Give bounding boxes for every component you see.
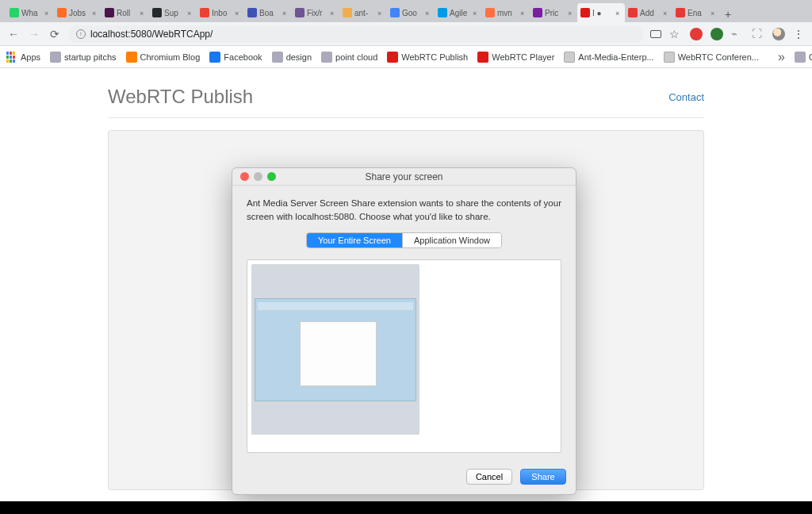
cast-icon[interactable]	[650, 30, 661, 38]
tab-title: Agile	[450, 9, 470, 17]
tab-close-icon[interactable]: ×	[44, 10, 51, 16]
bookmark-label: Ant-Media-Enterp...	[578, 52, 653, 62]
screen-thumbnail[interactable]	[251, 264, 419, 435]
share-mode-tabs: Your Entire Screen Application Window	[306, 232, 502, 248]
apps-icon	[6, 52, 17, 63]
bookmarks-bar: Appsstartup pitchsChromium BlogFacebookd…	[0, 46, 812, 68]
tab-entire-screen[interactable]: Your Entire Screen	[307, 233, 402, 247]
tab-close-icon[interactable]: ×	[235, 10, 241, 16]
tab-title: ant-	[354, 9, 375, 17]
browser-tab[interactable]: Agile×	[435, 3, 482, 22]
tab-close-icon[interactable]: ×	[425, 10, 431, 16]
screen-preview-area	[247, 259, 561, 453]
angular-icon	[477, 52, 488, 63]
site-info-icon[interactable]: i	[76, 29, 86, 39]
tab-close-icon[interactable]: ×	[377, 10, 384, 16]
ext-icon-1[interactable]	[690, 28, 703, 40]
blogger-icon	[126, 52, 137, 63]
bookmark-item[interactable]: design	[272, 52, 312, 63]
folder-icon	[795, 52, 806, 63]
cancel-button[interactable]: Cancel	[466, 469, 512, 485]
back-button[interactable]: ←	[6, 27, 21, 41]
tab-close-icon[interactable]: ×	[663, 10, 669, 16]
tab-close-icon[interactable]: ×	[520, 10, 527, 16]
tab-strip: Wha×Jobs×Roll×Sup×Inbo×Boa×Fix/r×ant-×Go…	[0, 0, 812, 22]
bookmarks-overflow[interactable]: »	[778, 50, 785, 64]
bookmark-item[interactable]: Apps	[6, 52, 40, 63]
tab-title: Sup	[164, 9, 185, 17]
bookmark-item[interactable]: startup pitchs	[50, 52, 116, 63]
browser-tab[interactable]: Jobs×	[54, 3, 102, 22]
bookmark-label: Apps	[21, 52, 40, 62]
browser-tab[interactable]: I ●×	[577, 3, 625, 22]
tab-application-window[interactable]: Application Window	[402, 233, 501, 247]
forward-button[interactable]: →	[27, 27, 41, 41]
tab-favicon	[105, 8, 114, 17]
page-icon	[664, 52, 675, 63]
bookmark-label: Facebook	[224, 52, 262, 62]
bookmark-item[interactable]: Chromium Blog	[126, 52, 201, 63]
page-icon	[564, 52, 575, 63]
tab-close-icon[interactable]: ×	[92, 10, 98, 16]
tab-close-icon[interactable]: ×	[282, 10, 289, 16]
omnibox[interactable]: i localhost:5080/WebRTCApp/	[68, 25, 644, 43]
tab-close-icon[interactable]: ×	[568, 10, 574, 16]
bookmark-item[interactable]: WebRTC Conferen...	[664, 52, 759, 63]
bookmark-item[interactable]: WebRTC Publish	[387, 52, 468, 63]
tab-favicon	[343, 8, 352, 17]
browser-tab[interactable]: Pric×	[530, 3, 577, 22]
star-icon[interactable]: ☆	[669, 28, 682, 40]
menu-icon[interactable]: ⋮	[793, 28, 806, 40]
bookmark-label: WebRTC Player	[492, 52, 554, 62]
tab-favicon	[152, 8, 162, 17]
tab-close-icon[interactable]: ×	[140, 10, 146, 16]
ext-icon-3[interactable]: ⌁	[731, 28, 744, 40]
tab-title: Goo	[402, 9, 423, 17]
tab-close-icon[interactable]: ×	[473, 10, 479, 16]
folder-icon	[321, 52, 332, 63]
browser-tab[interactable]: Sup×	[149, 3, 197, 22]
reload-button[interactable]: ⟳	[48, 27, 62, 41]
share-button[interactable]: Share	[520, 469, 566, 485]
bookmark-item[interactable]: Ant-Media-Enterp...	[564, 52, 653, 63]
tab-favicon	[390, 8, 400, 17]
browser-tab[interactable]: Wha×	[6, 3, 54, 22]
browser-tab[interactable]: Fix/r×	[292, 3, 339, 22]
dialog-message: Ant Media Server Screen Share extension …	[247, 197, 561, 223]
chrome-window: Wha×Jobs×Roll×Sup×Inbo×Boa×Fix/r×ant-×Go…	[0, 0, 812, 501]
browser-tab[interactable]: Ena×	[672, 3, 720, 22]
tab-title: Jobs	[69, 9, 90, 17]
browser-tab[interactable]: Roll×	[102, 3, 149, 22]
tab-close-icon[interactable]: ×	[187, 10, 193, 16]
tab-close-icon[interactable]: ×	[615, 10, 622, 16]
browser-tab[interactable]: Boa×	[244, 3, 292, 22]
bookmark-label: design	[286, 52, 312, 62]
new-tab-button[interactable]: +	[720, 6, 736, 22]
dialog-titlebar: Share your screen	[232, 168, 576, 186]
browser-tab[interactable]: Add×	[625, 3, 672, 22]
browser-tab[interactable]: ant-×	[339, 3, 387, 22]
toolbar: ← → ⟳ i localhost:5080/WebRTCApp/ ☆ ⌁ ⛶ …	[0, 22, 812, 46]
bookmark-label: WebRTC Conferen...	[678, 52, 759, 62]
ext-icon-2[interactable]	[710, 28, 723, 40]
profile-avatar[interactable]	[772, 28, 785, 40]
tab-close-icon[interactable]: ×	[330, 10, 336, 16]
bookmark-item[interactable]: WebRTC Player	[477, 52, 554, 63]
url-text: localhost:5080/WebRTCApp/	[90, 29, 213, 40]
tab-favicon	[676, 8, 685, 17]
tab-favicon	[295, 8, 304, 17]
tab-favicon	[200, 8, 209, 17]
contact-link[interactable]: Contact	[668, 91, 704, 103]
ext-icon-4[interactable]: ⛶	[752, 28, 764, 40]
tab-title: Boa	[259, 9, 280, 17]
bookmark-item[interactable]: point cloud	[321, 52, 377, 63]
browser-tab[interactable]: mvn×	[482, 3, 530, 22]
tab-favicon	[57, 8, 67, 17]
tab-close-icon[interactable]: ×	[710, 10, 717, 16]
bookmark-item[interactable]: Facebook	[209, 52, 262, 63]
browser-tab[interactable]: Inbo×	[197, 3, 244, 22]
bookmark-label: WebRTC Publish	[401, 52, 468, 62]
other-bookmarks[interactable]: Other Bookmarks	[795, 52, 812, 63]
share-screen-dialog: Share your screen Ant Media Server Scree…	[232, 167, 576, 495]
browser-tab[interactable]: Goo×	[387, 3, 435, 22]
